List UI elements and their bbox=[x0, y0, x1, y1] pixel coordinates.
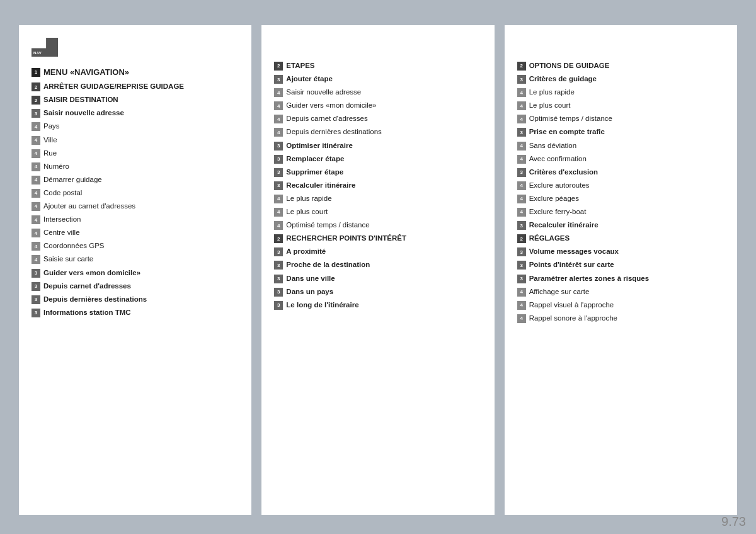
item-text: Optimisé temps / distance bbox=[286, 220, 369, 230]
menu-item: 4Le plus court bbox=[517, 100, 724, 110]
menu-item: 3Guider vers «mon domicile» bbox=[32, 268, 239, 278]
item-text: Avec confirmation bbox=[529, 154, 587, 164]
item-text: Le plus rapide bbox=[529, 87, 575, 97]
item-text: Rue bbox=[43, 148, 57, 158]
level-4-badge: 4 bbox=[32, 229, 40, 237]
menu-item: 4Optimisé temps / distance bbox=[517, 113, 724, 123]
item-text: Points d'intérêt sur carte bbox=[529, 259, 614, 270]
level-3-badge: 3 bbox=[517, 221, 526, 230]
nav-icon: NAV bbox=[32, 38, 58, 57]
level-3-badge: 3 bbox=[517, 247, 526, 256]
item-text: Intersection bbox=[43, 214, 81, 224]
menu-item: 2ETAPES bbox=[274, 60, 481, 71]
menu-item: 3Recalculer itinéraire bbox=[274, 180, 481, 190]
level-3-badge: 3 bbox=[274, 261, 283, 270]
level-4-badge: 4 bbox=[517, 181, 526, 190]
menu-item: 2SAISIR DESTINATION bbox=[32, 94, 239, 105]
level-3-badge: 3 bbox=[32, 282, 40, 291]
item-text: Supprimer étape bbox=[286, 167, 343, 177]
level-2-badge: 2 bbox=[32, 96, 40, 105]
menu-item: 4Optimisé temps / distance bbox=[274, 220, 481, 230]
item-text: SAISIR DESTINATION bbox=[43, 94, 118, 105]
menu-item: 3Critères de guidage bbox=[517, 74, 724, 84]
menu-item: 4Le plus rapide bbox=[517, 87, 724, 97]
menu-item: 3Dans un pays bbox=[274, 287, 481, 297]
menu-item: 1MENU «NAVIGATION» bbox=[32, 67, 239, 78]
item-text: Le plus court bbox=[529, 100, 571, 110]
menu-item: 2RÉGLAGES bbox=[517, 233, 724, 243]
menu-item: 4Saisir nouvelle adresse bbox=[274, 87, 481, 97]
menu-item: 3Volume messages vocaux bbox=[517, 246, 724, 256]
item-text: Depuis dernières destinations bbox=[286, 127, 382, 137]
item-text: Saisir nouvelle adresse bbox=[286, 87, 361, 97]
item-text: Saisie sur carte bbox=[43, 254, 93, 264]
menu-item: 3Recalculer itinéraire bbox=[517, 220, 724, 230]
item-text: Critères de guidage bbox=[529, 74, 597, 84]
columns: NAV1MENU «NAVIGATION»2ARRÊTER GUIDAGE/RE… bbox=[19, 25, 737, 515]
item-text: Recalculer itinéraire bbox=[529, 220, 598, 230]
level-3-badge: 3 bbox=[274, 275, 283, 283]
level-4-badge: 4 bbox=[32, 136, 40, 145]
menu-item: 4Exclure péages bbox=[517, 193, 724, 203]
item-text: Le long de l'itinéraire bbox=[286, 300, 358, 310]
level-4-badge: 4 bbox=[517, 115, 526, 123]
level-3-badge: 3 bbox=[274, 181, 283, 190]
item-text: Démarrer guidage bbox=[43, 174, 102, 185]
level-3-badge: 3 bbox=[274, 288, 283, 297]
menu-item: 4Rue bbox=[32, 148, 239, 158]
menu-item: 4Ville bbox=[32, 135, 239, 145]
level-3-badge: 3 bbox=[274, 247, 283, 256]
level-4-badge: 4 bbox=[517, 142, 526, 151]
item-text: Sans déviation bbox=[529, 140, 576, 151]
level-3-badge: 3 bbox=[274, 168, 283, 177]
item-text: Exclure ferry-boat bbox=[529, 207, 587, 217]
item-text: Exclure autoroutes bbox=[529, 180, 590, 190]
item-text: Volume messages vocaux bbox=[529, 246, 619, 256]
item-text: RÉGLAGES bbox=[529, 233, 570, 243]
level-3-badge: 3 bbox=[274, 155, 283, 164]
level-3-badge: 3 bbox=[517, 168, 526, 177]
item-text: Recalculer itinéraire bbox=[286, 180, 355, 190]
menu-item: 3Le long de l'itinéraire bbox=[274, 300, 481, 310]
level-3-badge: 3 bbox=[32, 269, 40, 278]
menu-item: 4Numéro bbox=[32, 161, 239, 171]
level-4-badge: 4 bbox=[274, 115, 283, 123]
menu-item: 4Depuis dernières destinations bbox=[274, 127, 481, 137]
level-4-badge: 4 bbox=[32, 176, 40, 185]
menu-item: 2ARRÊTER GUIDAGE/REPRISE GUIDAGE bbox=[32, 81, 239, 91]
item-text: Centre ville bbox=[43, 227, 80, 237]
level-2-badge: 2 bbox=[517, 62, 526, 71]
level-4-badge: 4 bbox=[32, 255, 40, 264]
item-text: Saisir nouvelle adresse bbox=[43, 108, 124, 118]
column-1: NAV1MENU «NAVIGATION»2ARRÊTER GUIDAGE/RE… bbox=[19, 25, 251, 515]
menu-item: 4Intersection bbox=[32, 214, 239, 224]
item-text: OPTIONS DE GUIDAGE bbox=[529, 60, 610, 71]
item-text: Optimisé temps / distance bbox=[529, 113, 612, 123]
level-3-badge: 3 bbox=[517, 75, 526, 84]
level-4-badge: 4 bbox=[32, 242, 40, 251]
menu-item: 4Pays bbox=[32, 121, 239, 131]
item-text: Le plus court bbox=[286, 207, 328, 217]
level-3-badge: 3 bbox=[274, 75, 283, 84]
level-4-badge: 4 bbox=[517, 155, 526, 164]
level-4-badge: 4 bbox=[517, 101, 526, 110]
level-4-badge: 4 bbox=[32, 162, 40, 171]
level-3-badge: 3 bbox=[32, 295, 40, 304]
column-2: 2ETAPES3Ajouter étape4Saisir nouvelle ad… bbox=[261, 25, 494, 515]
menu-item: 3A proximité bbox=[274, 246, 481, 256]
item-text: Ville bbox=[43, 135, 57, 145]
menu-item: 4Démarrer guidage bbox=[32, 174, 239, 185]
level-2-badge: 2 bbox=[32, 82, 40, 91]
level-4-badge: 4 bbox=[517, 88, 526, 97]
menu-item: 3Depuis dernières destinations bbox=[32, 294, 239, 304]
level-3-badge: 3 bbox=[32, 109, 40, 118]
level-4-badge: 4 bbox=[517, 288, 526, 297]
level-4-badge: 4 bbox=[274, 128, 283, 137]
menu-item: 3Optimiser itinéraire bbox=[274, 140, 481, 151]
menu-item: 3Depuis carnet d'adresses bbox=[32, 281, 239, 291]
level-4-badge: 4 bbox=[32, 202, 40, 211]
menu-item: 4Depuis carnet d'adresses bbox=[274, 113, 481, 123]
menu-item: 4Code postal bbox=[32, 188, 239, 198]
level-4-badge: 4 bbox=[32, 149, 40, 158]
item-text: Guider vers «mon domicile» bbox=[286, 100, 376, 110]
